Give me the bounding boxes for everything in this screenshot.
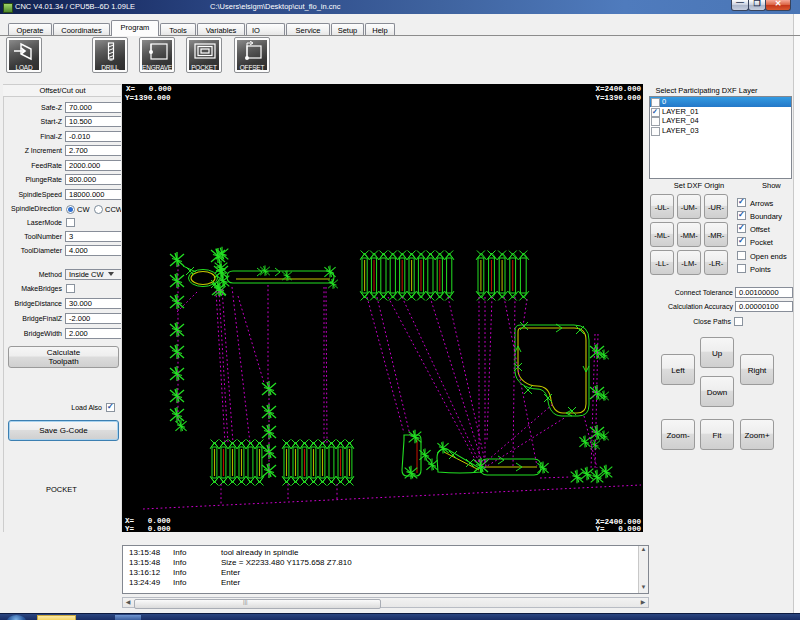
svg-text:Y= 0.000: Y= 0.000 [595,525,641,532]
svg-text:X= 0.000: X= 0.000 [125,517,171,525]
svg-text:Y= 0.000: Y= 0.000 [125,525,171,532]
svg-text:Y=1390.000: Y=1390.000 [595,94,641,102]
svg-text:Y=1390.000: Y=1390.000 [125,94,171,102]
svg-text:X=2400.000: X=2400.000 [595,85,641,93]
svg-text:X= 0.000: X= 0.000 [126,85,172,93]
